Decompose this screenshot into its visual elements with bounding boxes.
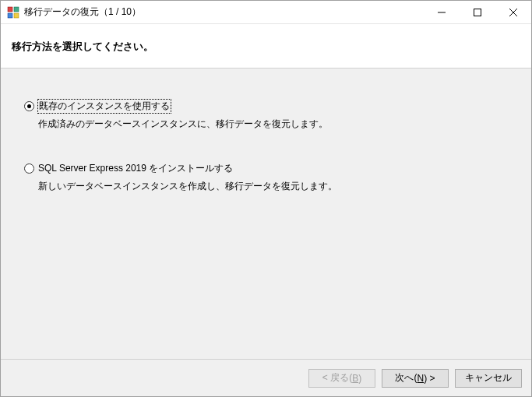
- svg-rect-2: [8, 13, 12, 18]
- app-icon: [7, 6, 19, 19]
- option-desc-install: 新しいデータベースインスタンスを作成し、移行データを復元します。: [38, 180, 508, 193]
- radio-label-install: SQL Server Express 2019 をインストールする: [38, 162, 233, 175]
- page-heading: 移行方法を選択してください。: [12, 40, 520, 54]
- svg-rect-1: [14, 7, 19, 12]
- radio-row-existing[interactable]: 既存のインスタンスを使用する: [24, 100, 508, 113]
- close-button[interactable]: [495, 1, 531, 24]
- minimize-button[interactable]: [424, 1, 460, 24]
- wizard-header: 移行方法を選択してください。: [1, 24, 531, 68]
- option-existing-instance: 既存のインスタンスを使用する 作成済みのデータベースインスタンスに、移行データを…: [24, 100, 508, 131]
- back-button: < 戻る(B): [308, 369, 375, 388]
- cancel-button[interactable]: キャンセル: [455, 369, 522, 388]
- dialog-window: 移行データの復元（1 / 10） 移行方法を選択してください。 既存のインスタン…: [0, 0, 532, 397]
- maximize-button[interactable]: [460, 1, 495, 24]
- radio-icon: [24, 101, 34, 111]
- option-desc-existing: 作成済みのデータベースインスタンスに、移行データを復元します。: [38, 118, 508, 131]
- svg-rect-3: [14, 13, 19, 18]
- radio-label-existing: 既存のインスタンスを使用する: [38, 100, 171, 113]
- radio-icon: [24, 163, 34, 174]
- option-install-sqlexpress: SQL Server Express 2019 をインストールする 新しいデータ…: [24, 162, 508, 193]
- next-button[interactable]: 次へ(N) >: [382, 369, 449, 388]
- wizard-footer: < 戻る(B) 次へ(N) > キャンセル: [1, 359, 531, 396]
- window-title: 移行データの復元（1 / 10）: [24, 5, 141, 19]
- titlebar: 移行データの復元（1 / 10）: [1, 1, 531, 24]
- svg-rect-5: [474, 9, 481, 16]
- svg-rect-0: [8, 7, 12, 12]
- radio-row-install[interactable]: SQL Server Express 2019 をインストールする: [24, 162, 508, 175]
- wizard-content: 既存のインスタンスを使用する 作成済みのデータベースインスタンスに、移行データを…: [1, 68, 531, 359]
